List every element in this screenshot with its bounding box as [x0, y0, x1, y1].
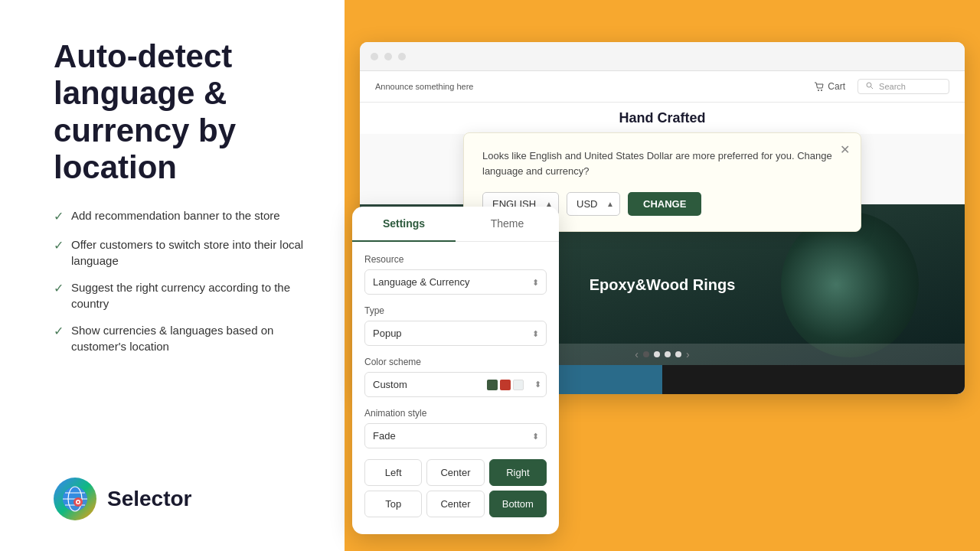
cart-icon [814, 82, 825, 91]
search-placeholder: Search [879, 82, 906, 91]
check-icon-1: ✓ [54, 208, 64, 225]
browser-bar [360, 42, 965, 71]
globe-icon [61, 485, 89, 513]
store-nav: Cart Search [814, 79, 949, 94]
dot-3 [665, 351, 671, 357]
swatch-red [500, 380, 511, 390]
brand-section: Selector [54, 478, 314, 520]
check-icon-4: ✓ [54, 323, 64, 340]
feature-text-1: Add recommendation banner to the store [71, 207, 280, 223]
color-scheme-value: Custom [365, 373, 481, 396]
feature-text-3: Suggest the right currency according to … [71, 279, 314, 311]
settings-panel: Settings Theme Resource Language & Curre… [352, 207, 559, 534]
position-center-h-button[interactable]: Center [426, 459, 484, 486]
feature-text-4: Show currencies & languages based on cus… [71, 322, 314, 354]
position-right-button[interactable]: Right [489, 459, 547, 486]
currency-select[interactable]: USD [567, 192, 620, 216]
color-scheme-wrapper[interactable]: Custom ⬍ [364, 372, 547, 397]
position-center-v-button[interactable]: Center [426, 491, 484, 517]
currency-select-wrapper[interactable]: USD ▲ [567, 192, 620, 216]
feature-item-4: ✓ Show currencies & languages based on c… [54, 322, 314, 354]
store-title-bar: Hand Crafted [360, 103, 965, 134]
position-left-button[interactable]: Left [364, 459, 422, 486]
browser-dot-3 [398, 53, 406, 60]
carousel-next[interactable]: › [686, 348, 690, 360]
right-area: Announce something here Cart Search Hand… [345, 0, 980, 551]
brand-name: Selector [107, 487, 192, 511]
check-icon-2: ✓ [54, 237, 64, 254]
change-button[interactable]: CHANGE [628, 192, 701, 216]
browser-dot-1 [371, 53, 378, 60]
color-select-arrow: ⬍ [530, 380, 546, 390]
ring-decoration [781, 212, 919, 357]
type-select-wrapper[interactable]: Popup ⬍ [364, 321, 547, 346]
tab-theme[interactable]: Theme [456, 207, 559, 242]
feature-item-3: ✓ Suggest the right currency according t… [54, 279, 314, 311]
svg-point-8 [818, 90, 819, 91]
animation-field: Animation style Fade ⬍ [364, 408, 547, 448]
type-select[interactable]: Popup [364, 321, 547, 346]
swatch-dark-green [487, 380, 498, 390]
feature-list: ✓ Add recommendation banner to the store… [54, 207, 314, 364]
tab-settings[interactable]: Settings [352, 207, 456, 242]
popup-message: Looks like English and United States Dol… [482, 148, 842, 178]
strip-2 [662, 365, 965, 394]
position-top-button[interactable]: Top [364, 491, 422, 517]
type-field: Type Popup ⬍ [364, 305, 547, 346]
browser-dot-2 [384, 53, 392, 60]
svg-line-11 [871, 87, 874, 90]
resource-field: Resource Language & Currency ⬍ [364, 254, 547, 295]
svg-point-7 [77, 501, 80, 504]
color-swatches [481, 380, 530, 390]
resource-select[interactable]: Language & Currency [364, 269, 547, 295]
feature-item-2: ✓ Offer customers to switch store into t… [54, 236, 314, 269]
hero-text: Epoxy&Wood Rings [590, 276, 736, 294]
store-header: Announce something here Cart Search [360, 71, 965, 103]
cart-label: Cart [828, 81, 845, 92]
horizontal-position-row: Left Center Right [364, 459, 547, 486]
left-panel: Auto-detect language & currency by locat… [0, 0, 345, 551]
feature-item-1: ✓ Add recommendation banner to the store [54, 207, 314, 225]
resource-select-wrapper[interactable]: Language & Currency ⬍ [364, 269, 547, 295]
close-icon[interactable]: ✕ [840, 142, 850, 157]
store-announce: Announce something here [375, 82, 473, 91]
animation-select[interactable]: Fade [364, 423, 547, 448]
brand-logo [54, 478, 96, 520]
position-bottom-button[interactable]: Bottom [489, 491, 547, 517]
dot-1 [643, 351, 649, 357]
swatch-light [513, 380, 524, 390]
cart-nav-item: Cart [814, 81, 845, 92]
svg-point-10 [867, 83, 871, 87]
animation-select-wrapper[interactable]: Fade ⬍ [364, 423, 547, 448]
resource-label: Resource [364, 254, 547, 265]
hero-title: Auto-detect language & currency by locat… [54, 38, 314, 186]
store-title: Hand Crafted [619, 110, 705, 126]
vertical-position-row: Top Center Bottom [364, 491, 547, 517]
type-label: Type [364, 305, 547, 316]
settings-tabs: Settings Theme [352, 207, 559, 242]
store-search-box[interactable]: Search [858, 79, 949, 94]
dot-2 [654, 351, 660, 357]
dot-4 [675, 351, 681, 357]
carousel-prev[interactable]: ‹ [635, 348, 639, 360]
animation-label: Animation style [364, 408, 547, 419]
search-icon [866, 82, 874, 90]
check-icon-3: ✓ [54, 280, 64, 297]
settings-body: Resource Language & Currency ⬍ Type Popu… [352, 242, 559, 534]
feature-text-2: Offer customers to switch store into the… [71, 236, 314, 269]
color-scheme-field: Color scheme Custom ⬍ [364, 357, 547, 397]
color-label: Color scheme [364, 357, 547, 367]
svg-point-9 [821, 90, 822, 91]
